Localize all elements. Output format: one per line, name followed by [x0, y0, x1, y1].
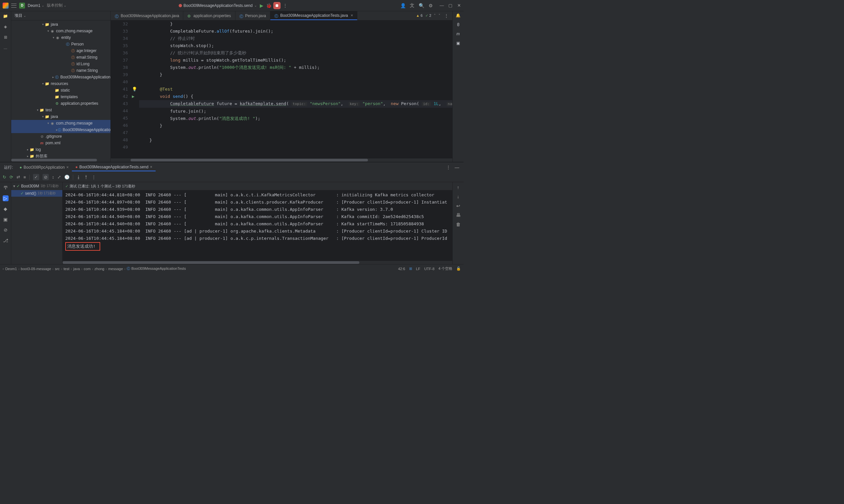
windows-icon[interactable]: ⊞ — [409, 267, 412, 271]
project-selector[interactable]: Deom1 — [28, 3, 44, 8]
code-editor[interactable]: 323334353637383940414243444546474849 💡▶ … — [111, 20, 452, 159]
run-tab-button[interactable]: ▷ — [3, 195, 8, 201]
tree-node[interactable]: 📁templates — [11, 93, 110, 100]
scroll-down-button[interactable]: ↓ — [455, 194, 461, 199]
breadcrumbs[interactable]: Deom1›boot3-09-message›src›test›java›com… — [5, 266, 186, 271]
print-button[interactable]: 🖶 — [455, 213, 461, 218]
tab-close-button[interactable]: × — [350, 13, 353, 18]
export-button[interactable]: ⭱ — [84, 175, 88, 180]
tree-node[interactable]: ▾📁test — [11, 107, 110, 113]
profiler-button[interactable]: Ͳ — [3, 185, 8, 191]
code-with-me-icon[interactable]: 👤 — [400, 3, 406, 8]
breadcrumb-item[interactable]: test — [64, 267, 70, 271]
window-close-button[interactable]: ✕ — [457, 4, 461, 7]
tree-node[interactable]: ▾◉com.zhong.message — [11, 28, 110, 34]
breadcrumb-item[interactable]: message — [108, 267, 123, 271]
tree-node[interactable]: 📁static — [11, 87, 110, 93]
test-item-send[interactable]: ✓send() 1秒 171毫秒 — [11, 190, 62, 197]
next-highlight-button[interactable]: ˅ — [438, 14, 441, 18]
tree-hscrollbar[interactable] — [11, 159, 97, 161]
settings-icon[interactable]: ⚙ — [428, 3, 433, 8]
line-ending[interactable]: LF — [416, 267, 420, 271]
clear-button[interactable]: 🗑 — [455, 222, 461, 227]
run-config-selector[interactable]: Boot309MessageApplicationTests.send — [179, 3, 257, 8]
tree-node[interactable]: ▸ⒸBoot309MessageApplication — [11, 74, 110, 80]
project-tree[interactable]: ▾📁java▾◉com.zhong.message▾◉entityⒸPerson… — [11, 20, 110, 159]
breadcrumb-item[interactable]: Ⓒ Boot309MessageApplicationTests — [126, 266, 186, 271]
maven-button[interactable]: m — [457, 32, 460, 36]
readonly-toggle[interactable]: 🔓 — [456, 267, 461, 271]
tree-node[interactable]: ▸📁log — [11, 146, 110, 153]
run-options-button[interactable]: ⋮ — [446, 165, 451, 170]
prev-highlight-button[interactable]: ˄ — [434, 14, 436, 18]
commit-tool-button[interactable]: ◈ — [3, 24, 8, 30]
test-tree[interactable]: ▾✓Boot309M 1秒 171毫秒 ✓send() 1秒 171毫秒 — [11, 182, 63, 264]
import-button[interactable]: ⭳ — [76, 175, 81, 180]
scroll-up-button[interactable]: ↑ — [455, 185, 461, 190]
coverage-button[interactable]: ▣ — [456, 41, 460, 46]
more-run-button[interactable]: ⋮ — [92, 175, 96, 180]
tree-node[interactable]: ▾◉com.zhong.message — [11, 120, 110, 126]
notifications-button[interactable]: 🔔 — [455, 13, 461, 18]
run-tab-close[interactable]: × — [66, 165, 69, 170]
tree-node[interactable]: ▸ⒸBoot309MessageApplicationTests — [11, 126, 110, 133]
vcs-selector[interactable]: 版本控制 — [47, 3, 66, 8]
breadcrumb-item[interactable]: com — [84, 267, 91, 271]
breadcrumb-item[interactable]: zhong — [94, 267, 104, 271]
window-maximize-button[interactable]: ▢ — [448, 4, 452, 7]
database-button[interactable]: 🛢 — [456, 22, 460, 27]
file-encoding[interactable]: UTF-8 — [424, 267, 434, 271]
tree-node[interactable]: ▾◉entity — [11, 34, 110, 41]
breadcrumb-item[interactable]: java — [73, 267, 80, 271]
icon-gutter[interactable]: 💡▶ — [131, 20, 139, 159]
tree-node[interactable]: ▾📁resources — [11, 80, 110, 87]
indent-setting[interactable]: 4 个空格 — [438, 266, 452, 271]
rerun-failed-button[interactable]: ⟳ — [10, 175, 13, 180]
line-gutter[interactable]: 323334353637383940414243444546474849 — [111, 20, 131, 159]
project-panel-title[interactable]: 项目 — [15, 13, 26, 18]
console-hscrollbar[interactable] — [63, 261, 359, 264]
tree-node[interactable]: ⓕid:Long — [11, 60, 110, 67]
tab-options-button[interactable]: ⋮ — [444, 13, 449, 18]
run-tab[interactable]: ●Boot308RpcApplication× — [16, 163, 72, 171]
debug-button[interactable]: 🐞 — [266, 3, 271, 8]
tree-node[interactable]: ⊘.gitignore — [11, 133, 110, 140]
tree-node[interactable]: ▾📁java — [11, 113, 110, 120]
breadcrumb-item[interactable]: Deom1 — [5, 267, 17, 271]
tree-node[interactable]: ▸📁外部库 — [11, 153, 110, 159]
inspections-widget[interactable]: 6 2 ˄ ˅ — [416, 14, 441, 18]
project-badge[interactable]: D — [19, 3, 25, 8]
problems-button[interactable]: ⊘ — [3, 227, 8, 233]
editor-tab[interactable]: ⒸBoot309MessageApplication.java — [111, 11, 183, 20]
run-button[interactable]: ▶ — [259, 3, 264, 8]
search-icon[interactable]: 🔍 — [419, 3, 424, 8]
editor-hscrollbar[interactable] — [131, 159, 368, 161]
editor-tab[interactable]: ⒸBoot309MessageApplicationTests.java× — [270, 11, 357, 20]
run-hide-button[interactable]: — — [454, 165, 460, 170]
editor-tab[interactable]: ⒸPerson.java — [236, 11, 270, 20]
expand-button[interactable]: ⤢ — [57, 175, 61, 180]
breadcrumb-item[interactable]: boot3-09-message — [21, 267, 51, 271]
tree-node[interactable]: ▾📁java — [11, 21, 110, 28]
rerun-button[interactable]: ↻ — [3, 175, 6, 180]
stop-button[interactable] — [273, 2, 280, 9]
git-button[interactable]: ⎇ — [3, 237, 8, 244]
tree-node[interactable]: ⚙application.properties — [11, 100, 110, 107]
caret-position[interactable]: 42:6 — [398, 267, 405, 271]
show-ignored-button[interactable]: ⊘ — [42, 174, 49, 180]
translate-icon[interactable]: 文 — [410, 3, 415, 8]
more-actions-button[interactable]: ⋮ — [282, 3, 288, 8]
terminal-button[interactable]: ▣ — [3, 216, 8, 222]
history-button[interactable]: 🕓 — [64, 175, 70, 180]
run-tab-close[interactable]: × — [150, 165, 152, 169]
console-output[interactable]: 2024-06-16T10:44:44.818+08:00 INFO 26460… — [63, 190, 452, 261]
tree-node[interactable]: ⓕage:Integer — [11, 48, 110, 54]
tree-node[interactable]: mpom.xml — [11, 140, 110, 146]
sort-button[interactable]: ↕ — [52, 175, 54, 180]
tree-node[interactable]: ⒸPerson — [11, 41, 110, 48]
show-passed-button[interactable]: ✓ — [33, 174, 39, 180]
tree-node[interactable]: ⓕname:String — [11, 67, 110, 74]
run-tab[interactable]: ●Boot309MessageApplicationTests.send× — [72, 163, 156, 171]
editor-tab[interactable]: ⚙application.properties — [183, 11, 235, 20]
breadcrumb-item[interactable]: src — [55, 267, 60, 271]
